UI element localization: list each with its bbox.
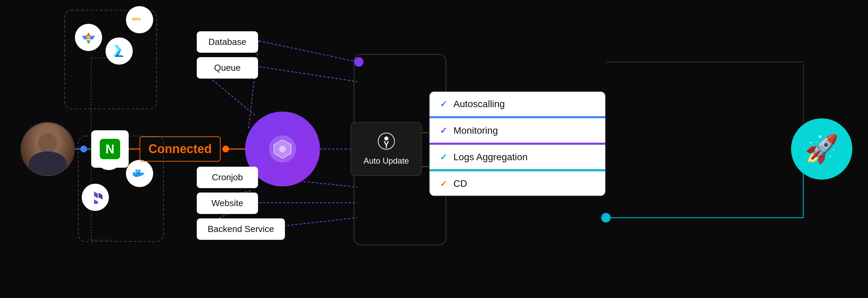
service-database: Database [197,31,258,53]
service-cronjob: Cronjob [197,167,258,188]
svg-text:N: N [106,142,114,156]
svg-marker-42 [99,193,103,200]
aws-icon: aws [126,6,153,33]
feature-cd: ✓ CD [430,171,605,196]
service-queue: Queue [197,57,258,79]
auto-update-icon [377,132,395,153]
central-icon [269,135,296,163]
docker-icon [126,160,153,187]
azure-icon [106,37,133,65]
gcp-icon [75,24,102,51]
svg-point-6 [222,146,229,152]
check-cd: ✓ [440,178,447,189]
avatar [20,122,75,176]
connected-text: Connected [148,142,212,156]
check-autoscalling: ✓ [440,99,447,109]
svg-point-49 [384,136,388,140]
nginx-box: N [91,130,129,168]
svg-line-7 [248,41,259,129]
svg-line-14 [259,41,357,62]
svg-marker-41 [94,192,98,198]
svg-line-50 [384,141,386,145]
svg-point-25 [601,213,611,222]
svg-line-15 [259,67,357,82]
feature-panel: ✓ Autoscalling ✓ Monitoring ✓ Logs Aggre… [429,91,606,197]
svg-marker-43 [94,199,98,204]
check-monitoring: ✓ [440,125,447,136]
feature-logs: ✓ Logs Aggregation [430,145,605,171]
auto-update-box: Auto Update [351,122,422,176]
svg-point-3 [80,146,87,152]
terraform-icon [82,184,109,211]
rocket-circle: 🚀 [791,118,852,180]
svg-point-32 [86,35,91,39]
diagram-container: aws ⎈ [0,0,868,298]
svg-rect-39 [135,170,138,172]
svg-text:aws: aws [132,16,141,21]
svg-line-51 [386,141,388,145]
check-logs: ✓ [440,152,447,162]
service-website: Website [197,193,258,214]
rocket-icon: 🚀 [805,133,839,165]
svg-rect-40 [138,170,140,172]
svg-point-47 [279,146,286,152]
svg-point-19 [354,57,364,67]
feature-autoscalling: ✓ Autoscalling [430,92,605,118]
service-backend-service: Backend Service [197,218,285,240]
connected-label: Connected [140,136,221,162]
auto-update-label: Auto Update [364,156,409,166]
feature-monitoring: ✓ Monitoring [430,118,605,145]
